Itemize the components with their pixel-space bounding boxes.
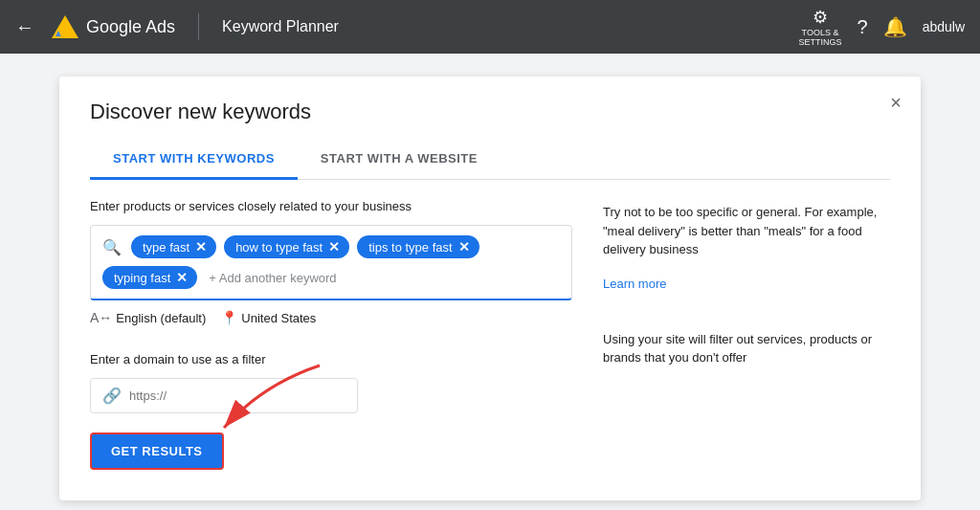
nav-divider bbox=[198, 13, 199, 40]
notification-bell-icon[interactable]: 🔔 bbox=[883, 15, 907, 38]
language-label: English (default) bbox=[116, 311, 206, 325]
get-results-button[interactable]: GET RESULTS bbox=[90, 432, 224, 470]
keyword-planner-label: Keyword Planner bbox=[222, 18, 339, 35]
domain-info-text: Using your site will filter out services… bbox=[603, 330, 890, 367]
chip-close-how-to-type-fast[interactable]: ✕ bbox=[328, 239, 340, 255]
domain-section-label: Enter a domain to use as a filter bbox=[90, 352, 572, 366]
chip-label: type fast bbox=[143, 240, 189, 255]
chip-label: tips to type fast bbox=[368, 240, 452, 255]
chip-close-type-fast[interactable]: ✕ bbox=[195, 239, 207, 255]
left-column: Enter products or services closely relat… bbox=[90, 199, 572, 470]
keywords-section-label: Enter products or services closely relat… bbox=[90, 199, 572, 213]
nav-right-actions: ⚙ TOOLS & SETTINGS ? 🔔 abdulw bbox=[798, 7, 965, 47]
close-button[interactable]: × bbox=[890, 92, 902, 114]
domain-section: Enter a domain to use as a filter 🔗 bbox=[90, 352, 572, 413]
link-icon: 🔗 bbox=[102, 387, 122, 405]
google-ads-logo: ▲ Google Ads bbox=[50, 11, 175, 42]
chip-close-tips-to-type-fast[interactable]: ✕ bbox=[458, 239, 470, 255]
chip-close-typing-fast[interactable]: ✕ bbox=[176, 270, 188, 285]
get-results-section: GET RESULTS bbox=[90, 432, 572, 470]
tab-start-with-website[interactable]: START WITH A WEBSITE bbox=[298, 140, 501, 180]
tools-label: TOOLS & SETTINGS bbox=[798, 28, 841, 47]
ads-logo-icon: ▲ bbox=[50, 11, 80, 42]
search-icon: 🔍 bbox=[102, 238, 122, 256]
chip-how-to-type-fast: how to type fast ✕ bbox=[224, 235, 349, 258]
domain-info-panel: Using your site will filter out services… bbox=[603, 330, 890, 367]
content-grid: Enter products or services closely relat… bbox=[90, 199, 890, 470]
location-icon: 📍 bbox=[221, 310, 237, 325]
location-label: United States bbox=[241, 311, 316, 325]
domain-input-wrap: 🔗 bbox=[90, 378, 358, 413]
app-name-label: Google Ads bbox=[86, 17, 175, 37]
modal-card: × Discover new keywords START WITH KEYWO… bbox=[59, 77, 921, 500]
tabs-container: START WITH KEYWORDS START WITH A WEBSITE bbox=[90, 140, 890, 180]
location-selector[interactable]: 📍 United States bbox=[221, 310, 316, 325]
language-icon: A↔ bbox=[90, 310, 112, 325]
svg-text:▲: ▲ bbox=[54, 28, 63, 38]
tab-start-with-keywords[interactable]: START WITH KEYWORDS bbox=[90, 140, 298, 180]
tools-settings-button[interactable]: ⚙ TOOLS & SETTINGS bbox=[798, 7, 841, 47]
chip-type-fast: type fast ✕ bbox=[131, 235, 216, 258]
chip-tips-to-type-fast: tips to type fast ✕ bbox=[357, 235, 479, 258]
chip-label: how to type fast bbox=[235, 240, 323, 255]
right-column: Try not to be too specific or general. F… bbox=[603, 199, 890, 470]
learn-more-link[interactable]: Learn more bbox=[603, 277, 666, 291]
top-navigation: ← ▲ Google Ads Discover new keywords Key… bbox=[0, 0, 980, 54]
page-body: × Discover new keywords START WITH KEYWO… bbox=[0, 54, 980, 510]
chip-typing-fast: typing fast ✕ bbox=[102, 266, 197, 289]
language-selector[interactable]: A↔ English (default) bbox=[90, 310, 206, 325]
keywords-info-text: Try not to be too specific or general. F… bbox=[603, 203, 890, 259]
modal-title: Discover new keywords bbox=[90, 100, 890, 124]
help-button[interactable]: ? bbox=[858, 16, 868, 38]
language-location-row: A↔ English (default) 📍 United States bbox=[90, 310, 572, 325]
tools-icon: ⚙ bbox=[798, 7, 841, 28]
user-avatar[interactable]: abdulw bbox=[923, 19, 965, 34]
chip-label: typing fast bbox=[114, 271, 170, 285]
add-keyword-input[interactable] bbox=[205, 269, 560, 287]
keywords-input-area[interactable]: 🔍 type fast ✕ how to type fast ✕ tips to… bbox=[90, 225, 572, 300]
domain-input[interactable] bbox=[129, 388, 345, 403]
back-button[interactable]: ← bbox=[15, 16, 34, 38]
